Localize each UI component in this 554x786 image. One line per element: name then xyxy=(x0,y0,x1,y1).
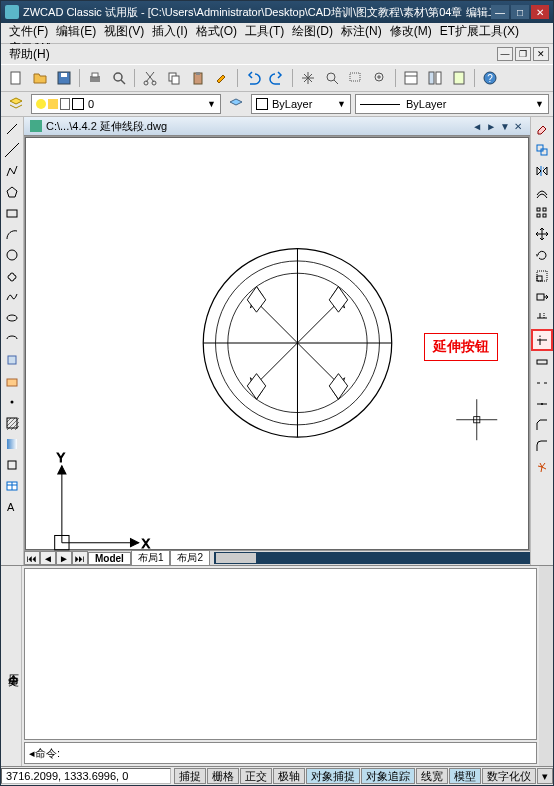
menu-edit[interactable]: 编辑(E) xyxy=(52,23,100,40)
svg-rect-59 xyxy=(537,145,543,151)
mirror-button[interactable] xyxy=(532,161,552,181)
block-button[interactable] xyxy=(2,371,22,391)
menu-file[interactable]: 文件(F) xyxy=(5,23,52,40)
hscrollbar[interactable] xyxy=(214,552,530,564)
menu-view[interactable]: 视图(V) xyxy=(100,23,148,40)
doc-next-button[interactable]: ► xyxy=(484,121,498,132)
minimize-button[interactable]: — xyxy=(491,5,509,19)
new-button[interactable] xyxy=(5,67,27,89)
titlebar: ZWCAD Classic 试用版 - [C:\Users\Administra… xyxy=(1,1,553,23)
mdi-minimize-button[interactable]: — xyxy=(497,47,513,61)
mtext-button[interactable]: A xyxy=(2,497,22,517)
layerprev-button[interactable] xyxy=(225,93,247,115)
cut-button[interactable] xyxy=(139,67,161,89)
designcenter-button[interactable] xyxy=(424,67,446,89)
cmd-vscrollbar[interactable] xyxy=(539,566,553,766)
move-button[interactable] xyxy=(532,224,552,244)
linetype-selector[interactable]: ByLayer ▼ xyxy=(355,94,549,114)
array-button[interactable] xyxy=(532,203,552,223)
layer-selector[interactable]: 0 ▼ xyxy=(31,94,221,114)
ortho-toggle[interactable]: 正交 xyxy=(240,768,272,784)
menu-help[interactable]: 帮助(H) xyxy=(5,46,54,63)
explode-button[interactable] xyxy=(532,457,552,477)
print-button[interactable] xyxy=(84,67,106,89)
scale-button[interactable] xyxy=(532,266,552,286)
help-button[interactable]: ? xyxy=(479,67,501,89)
command-input[interactable] xyxy=(64,746,532,760)
pline-button[interactable] xyxy=(2,161,22,181)
doc-prev-button[interactable]: ◄ xyxy=(470,121,484,132)
undo-button[interactable] xyxy=(242,67,264,89)
zoom-window-button[interactable] xyxy=(345,67,367,89)
tablet-toggle[interactable]: 数字化仪 xyxy=(482,768,536,784)
copy-button[interactable] xyxy=(163,67,185,89)
layer-manager-button[interactable] xyxy=(5,93,27,115)
color-selector[interactable]: ByLayer ▼ xyxy=(251,94,351,114)
point-button[interactable] xyxy=(2,392,22,412)
paste-button[interactable] xyxy=(187,67,209,89)
menu-dimension[interactable]: 标注(N) xyxy=(337,23,386,40)
region-button[interactable] xyxy=(2,455,22,475)
menu-insert[interactable]: 插入(I) xyxy=(148,23,191,40)
doc-close-button[interactable]: ✕ xyxy=(512,121,524,132)
ellipsearc-button[interactable] xyxy=(2,329,22,349)
grid-toggle[interactable]: 栅格 xyxy=(207,768,239,784)
preview-button[interactable] xyxy=(108,67,130,89)
otrack-toggle[interactable]: 对象追踪 xyxy=(361,768,415,784)
break-button[interactable] xyxy=(532,352,552,372)
polygon-button[interactable] xyxy=(2,182,22,202)
coordinates[interactable]: 3716.2099, 1333.6996, 0 xyxy=(1,768,171,784)
join-button[interactable] xyxy=(532,394,552,414)
table-button[interactable] xyxy=(2,476,22,496)
xline-button[interactable] xyxy=(2,140,22,160)
revcloud-button[interactable] xyxy=(2,266,22,286)
polar-toggle[interactable]: 极轴 xyxy=(273,768,305,784)
offset-button[interactable] xyxy=(532,182,552,202)
extend-button[interactable] xyxy=(531,329,553,351)
chamfer-button[interactable] xyxy=(532,415,552,435)
ellipse-button[interactable] xyxy=(2,308,22,328)
save-button[interactable] xyxy=(53,67,75,89)
rotate-button[interactable] xyxy=(532,245,552,265)
pan-button[interactable] xyxy=(297,67,319,89)
menu-modify[interactable]: 修改(M) xyxy=(386,23,436,40)
fillet-button[interactable] xyxy=(532,436,552,456)
mdi-close-button[interactable]: ✕ xyxy=(533,47,549,61)
erase-button[interactable] xyxy=(532,119,552,139)
properties-button[interactable] xyxy=(400,67,422,89)
break2-button[interactable] xyxy=(532,373,552,393)
menu-format[interactable]: 格式(O) xyxy=(192,23,241,40)
hatch-button[interactable] xyxy=(2,413,22,433)
redo-button[interactable] xyxy=(266,67,288,89)
doc-menu-button[interactable]: ▼ xyxy=(498,121,512,132)
circle-button[interactable] xyxy=(2,245,22,265)
drawing-canvas[interactable]: X Y 延伸按钮 xyxy=(25,137,529,550)
menu-et[interactable]: ET扩展工具(X) xyxy=(436,23,523,40)
zoom-prev-button[interactable] xyxy=(369,67,391,89)
stretch-button[interactable] xyxy=(532,287,552,307)
close-button[interactable]: ✕ xyxy=(531,5,549,19)
toolpalettes-button[interactable] xyxy=(448,67,470,89)
rectangle-button[interactable] xyxy=(2,203,22,223)
osnap-toggle[interactable]: 对象捕捉 xyxy=(306,768,360,784)
menu-draw[interactable]: 绘图(D) xyxy=(288,23,337,40)
zoom-realtime-button[interactable] xyxy=(321,67,343,89)
insert-button[interactable] xyxy=(2,350,22,370)
mdi-restore-button[interactable]: ❐ xyxy=(515,47,531,61)
trim-button[interactable] xyxy=(532,308,552,328)
open-button[interactable] xyxy=(29,67,51,89)
snap-toggle[interactable]: 捕捉 xyxy=(174,768,206,784)
matchprop-button[interactable] xyxy=(211,67,233,89)
lwt-toggle[interactable]: 线宽 xyxy=(416,768,448,784)
copy-obj-button[interactable] xyxy=(532,140,552,160)
spline-button[interactable] xyxy=(2,287,22,307)
status-menu-button[interactable]: ▾ xyxy=(537,768,553,784)
arc-button[interactable] xyxy=(2,224,22,244)
gradient-button[interactable] xyxy=(2,434,22,454)
command-line[interactable]: ◂ 命令: xyxy=(24,742,537,764)
command-history[interactable] xyxy=(24,568,537,740)
maximize-button[interactable]: □ xyxy=(511,5,529,19)
line-button[interactable] xyxy=(2,119,22,139)
menu-tools[interactable]: 工具(T) xyxy=(241,23,288,40)
model-toggle[interactable]: 模型 xyxy=(449,768,481,784)
